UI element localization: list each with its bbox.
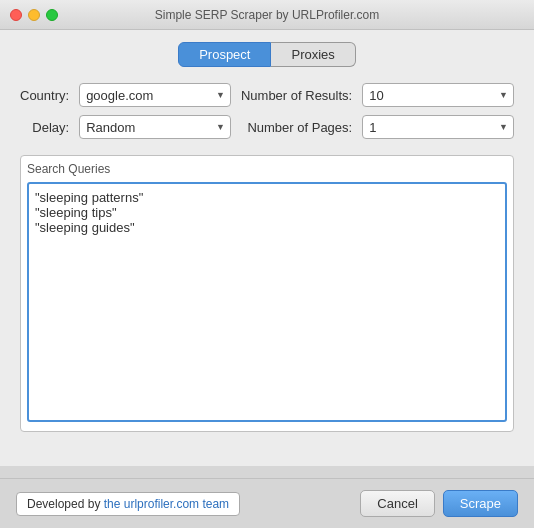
pages-select-wrapper: 1 2 3 5 10 (362, 115, 514, 139)
queries-textarea[interactable]: "sleeping patterns" "sleeping tips" "sle… (27, 182, 507, 422)
results-label: Number of Results: (241, 88, 352, 103)
country-select-wrapper: google.com google.co.uk google.com.au (79, 83, 231, 107)
dev-link-button[interactable]: Developed by the urlprofiler.com team (16, 492, 240, 516)
dev-link[interactable]: the urlprofiler.com team (104, 497, 229, 511)
maximize-button[interactable] (46, 9, 58, 21)
results-select[interactable]: 10 20 50 100 (362, 83, 514, 107)
country-label: Country: (20, 88, 69, 103)
close-button[interactable] (10, 9, 22, 21)
delay-label: Delay: (20, 120, 69, 135)
pages-select[interactable]: 1 2 3 5 10 (362, 115, 514, 139)
scrape-button[interactable]: Scrape (443, 490, 518, 517)
tab-prospect[interactable]: Prospect (178, 42, 271, 67)
window-title: Simple SERP Scraper by URLProfiler.com (155, 8, 380, 22)
cancel-button[interactable]: Cancel (360, 490, 434, 517)
dev-text-prefix: Developed by (27, 497, 104, 511)
pages-label: Number of Pages: (241, 120, 352, 135)
minimize-button[interactable] (28, 9, 40, 21)
bottom-bar: Developed by the urlprofiler.com team Ca… (0, 478, 534, 528)
tab-bar: Prospect Proxies (178, 42, 356, 67)
tab-proxies[interactable]: Proxies (271, 42, 355, 67)
form-fields: Country: google.com google.co.uk google.… (20, 83, 514, 139)
queries-section: Search Queries "sleeping patterns" "slee… (20, 155, 514, 466)
country-select[interactable]: google.com google.co.uk google.com.au (79, 83, 231, 107)
results-select-wrapper: 10 20 50 100 (362, 83, 514, 107)
delay-select-wrapper: Random None 1s 2s 5s (79, 115, 231, 139)
queries-box: Search Queries "sleeping patterns" "slee… (20, 155, 514, 432)
bottom-buttons: Cancel Scrape (360, 490, 518, 517)
traffic-lights (10, 9, 58, 21)
queries-label: Search Queries (27, 162, 507, 176)
window-body: Prospect Proxies Country: google.com goo… (0, 30, 534, 466)
delay-select[interactable]: Random None 1s 2s 5s (79, 115, 231, 139)
title-bar: Simple SERP Scraper by URLProfiler.com (0, 0, 534, 30)
